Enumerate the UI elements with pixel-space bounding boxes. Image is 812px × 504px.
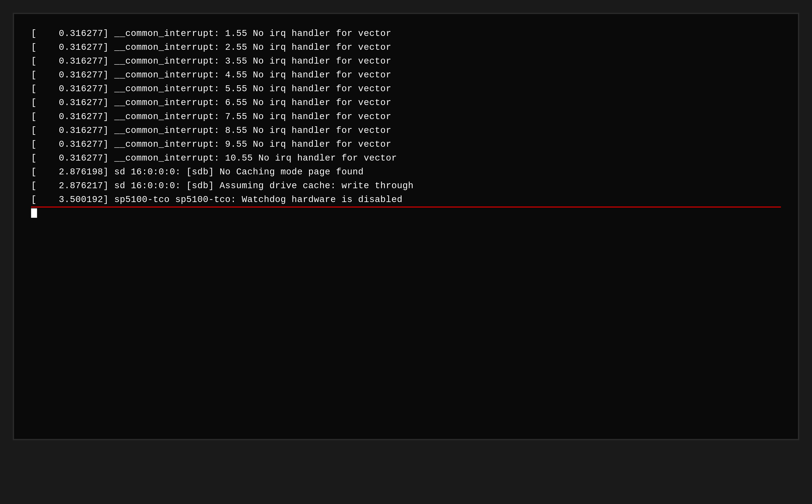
log-line: [ 2.876198] sd 16:0:0:0: [sdb] No Cachin… — [31, 165, 781, 179]
terminal: [ 0.316277] __common_interrupt: 1.55 No … — [14, 14, 798, 439]
log-message: __common_interrupt: 6.55 No irq handler … — [114, 96, 391, 110]
log-message: __common_interrupt: 9.55 No irq handler … — [114, 138, 391, 151]
log-timestamp: [ 0.316277] — [31, 124, 114, 138]
cursor — [31, 207, 781, 222]
log-line: [ 0.316277] __common_interrupt: 1.55 No … — [31, 27, 781, 41]
log-line: [ 0.316277] __common_interrupt: 2.55 No … — [31, 41, 781, 54]
log-message: __common_interrupt: 7.55 No irq handler … — [114, 110, 391, 124]
log-timestamp: [ 0.316277] — [31, 138, 114, 151]
log-message: __common_interrupt: 2.55 No irq handler … — [114, 41, 391, 54]
log-timestamp: [ 0.316277] — [31, 96, 114, 110]
log-message: sd 16:0:0:0: [sdb] Assuming drive cache:… — [114, 179, 414, 193]
log-message: sp5100-tco sp5100-tco: Watchdog hardware… — [114, 193, 402, 207]
log-message: sd 16:0:0:0: [sdb] No Caching mode page … — [114, 165, 364, 179]
log-message: __common_interrupt: 3.55 No irq handler … — [114, 54, 391, 68]
log-message: __common_interrupt: 1.55 No irq handler … — [114, 27, 391, 41]
log-line: [ 0.316277] __common_interrupt: 5.55 No … — [31, 82, 781, 96]
log-line: [ 0.316277] __common_interrupt: 6.55 No … — [31, 96, 781, 110]
log-timestamp: [ 0.316277] — [31, 27, 114, 41]
log-timestamp: [ 0.316277] — [31, 110, 114, 124]
log-line: [ 2.876217] sd 16:0:0:0: [sdb] Assuming … — [31, 179, 781, 193]
log-timestamp: [ 3.500192] — [31, 193, 114, 207]
log-message: __common_interrupt: 8.55 No irq handler … — [114, 124, 391, 138]
log-timestamp: [ 0.316277] — [31, 54, 114, 68]
log-line: [ 0.316277] __common_interrupt: 9.55 No … — [31, 138, 781, 151]
log-line: [ 0.316277] __common_interrupt: 3.55 No … — [31, 54, 781, 68]
monitor-screen: [ 0.316277] __common_interrupt: 1.55 No … — [13, 13, 799, 440]
log-timestamp: [ 2.876217] — [31, 179, 114, 193]
log-timestamp: [ 0.316277] — [31, 82, 114, 96]
log-message: __common_interrupt: 5.55 No irq handler … — [114, 82, 391, 96]
log-timestamp: [ 0.316277] — [31, 151, 114, 165]
log-timestamp: [ 2.876198] — [31, 165, 114, 179]
log-line: [ 0.316277] __common_interrupt: 8.55 No … — [31, 124, 781, 138]
log-timestamp: [ 0.316277] — [31, 41, 114, 54]
log-message: __common_interrupt: 4.55 No irq handler … — [114, 68, 391, 82]
screen-wrapper: [ 0.316277] __common_interrupt: 1.55 No … — [0, 0, 812, 504]
log-line: [ 3.500192] sp5100-tco sp5100-tco: Watch… — [31, 193, 781, 207]
log-line: [ 0.316277] __common_interrupt: 7.55 No … — [31, 110, 781, 124]
log-line: [ 0.316277] __common_interrupt: 4.55 No … — [31, 68, 781, 82]
log-timestamp: [ 0.316277] — [31, 68, 114, 82]
log-line: [ 0.316277] __common_interrupt: 10.55 No… — [31, 151, 781, 165]
log-message: __common_interrupt: 10.55 No irq handler… — [114, 151, 397, 165]
